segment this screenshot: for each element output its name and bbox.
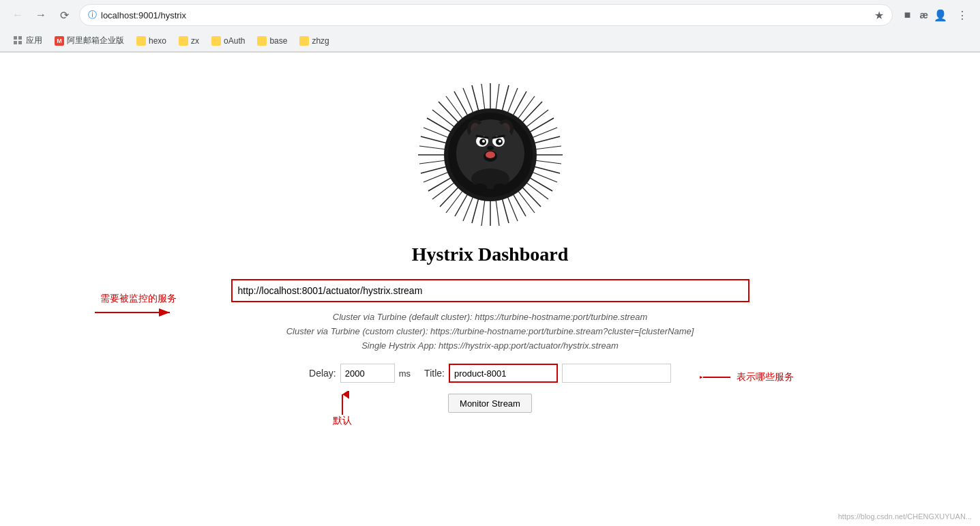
bookmark-hexo-label: hexo [149,36,166,46]
hint-line2: Cluster via Turbine (custom cluster): ht… [231,325,749,339]
bookmark-base-label: base [269,36,287,46]
form-inner: 需要被监控的服务 Clu [231,279,749,413]
profile-button[interactable]: 👤 [931,5,950,25]
dashboard-title: Hystrix Dashboard [412,244,568,265]
svg-point-73 [494,184,507,192]
controls-wrapper: Delay: ms [231,364,749,413]
lock-icon: ⓘ [88,9,97,21]
title-wrapper: Title: [424,364,671,383]
delay-group: Delay: ms [309,364,411,383]
title-group: Title: [424,364,671,383]
ae-label: æ [920,10,928,20]
svg-point-68 [487,146,494,150]
menu-button[interactable]: ⋮ [953,5,972,25]
bookmark-mail[interactable]: M 阿里邮箱企业版 [49,33,130,48]
down-arrow [336,391,349,415]
stream-url-input[interactable] [231,279,749,302]
bookmark-mail-label: 阿里邮箱企业版 [67,35,124,46]
bookmark-zx[interactable]: zx [173,34,205,48]
title-label: Title: [424,368,445,379]
title-input[interactable] [449,364,558,383]
folder-icon [136,36,146,46]
delay-unit: ms [399,368,411,379]
grid-icon [14,36,23,46]
hint-line1: Cluster via Turbine (default cluster): h… [231,310,749,325]
stream-row-wrapper: 需要被监控的服务 [231,279,749,302]
svg-rect-3 [18,41,22,44]
hint-line3: Single Hystrix App: https://hystrix-app:… [231,339,749,353]
svg-rect-2 [14,41,17,44]
mail-icon: M [55,36,64,46]
controls-row: Delay: ms [231,364,749,383]
bookmark-base[interactable]: base [252,34,293,48]
folder-icon-zx [179,36,188,46]
bookmark-oauth-label: oAuth [224,36,245,46]
svg-point-70 [486,151,495,158]
svg-point-72 [473,184,487,192]
watermark: https://blog.csdn.net/CHENGXUYUAN... [838,512,972,521]
bookmark-hexo[interactable]: hexo [131,34,172,48]
default-text: 默认 [333,415,352,427]
bookmark-zhzg-label: zhzg [312,36,329,46]
svg-rect-1 [18,36,22,40]
monitor-stream-button[interactable]: Monitor Stream [448,394,532,413]
refresh-button[interactable]: ⟳ [55,5,74,25]
which-text: 表示哪些服务 [737,371,794,383]
nav-buttons: ← → ⟳ [8,5,74,25]
delay-input[interactable] [340,364,395,383]
folder-icon-base [257,36,267,46]
hystrix-logo [415,80,565,230]
browser-actions: ■ æ 👤 ⋮ [898,5,972,25]
page-content: Hystrix Dashboard 需要被监控的服务 [0,53,980,523]
extensions-button[interactable]: ■ [898,5,917,25]
delay-label: Delay: [309,368,336,379]
default-annotation: 默认 [333,391,352,427]
bookmarks-bar: 应用 M 阿里邮箱企业版 hexo zx oAuth base zhzg [0,30,980,52]
monitor-btn-wrapper: Monitor Stream [231,394,749,413]
delay-wrapper: Delay: ms [309,364,411,383]
bookmark-zx-label: zx [191,36,199,46]
left-annotation: 需要被监控的服务 [88,293,177,323]
apps-label: 应用 [26,35,42,46]
svg-point-64 [482,140,485,143]
back-button[interactable]: ← [8,5,27,25]
which-annotation: 表示哪些服务 [700,367,794,388]
bookmark-oauth[interactable]: oAuth [206,34,250,48]
arrow-from-input [700,367,734,388]
forward-button[interactable]: → [31,5,50,25]
bookmark-zhzg[interactable]: zhzg [294,34,334,48]
arrow-to-input [88,302,177,323]
url-text: localhost:9001/hystrix [101,10,874,20]
address-bar[interactable]: ⓘ localhost:9001/hystrix ★ [79,4,893,26]
browser-chrome: ← → ⟳ ⓘ localhost:9001/hystrix ★ ■ æ 👤 ⋮… [0,0,980,53]
browser-toolbar: ← → ⟳ ⓘ localhost:9001/hystrix ★ ■ æ 👤 ⋮ [0,0,980,30]
folder-icon-zhzg [299,36,309,46]
form-container: 需要被监控的服务 Clu [149,279,831,413]
svg-point-65 [499,140,501,143]
stream-input-row [231,279,749,302]
extra-input[interactable] [562,364,671,383]
hint-text: Cluster via Turbine (default cluster): h… [231,310,749,353]
apps-bookmark[interactable]: 应用 [8,33,48,48]
star-icon[interactable]: ★ [874,9,884,22]
svg-rect-0 [14,36,17,40]
folder-icon-oauth [211,36,221,46]
